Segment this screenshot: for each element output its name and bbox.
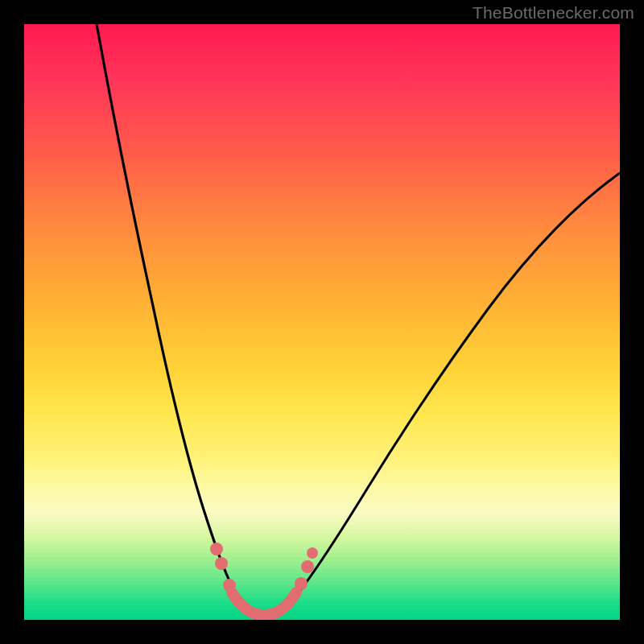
trough-dot (307, 547, 318, 559)
trough-dot (215, 557, 228, 570)
chart-frame: TheBottlenecker.com (0, 0, 644, 644)
trough-dot (223, 579, 236, 592)
watermark-text: TheBottlenecker.com (473, 3, 634, 23)
trough-bridge (232, 592, 296, 615)
curve-layer (24, 24, 620, 620)
curve-left-arm (97, 24, 262, 620)
trough-dot (301, 560, 314, 573)
trough-dot (210, 543, 223, 555)
plot-area (24, 24, 620, 620)
trough-dot (295, 577, 308, 590)
